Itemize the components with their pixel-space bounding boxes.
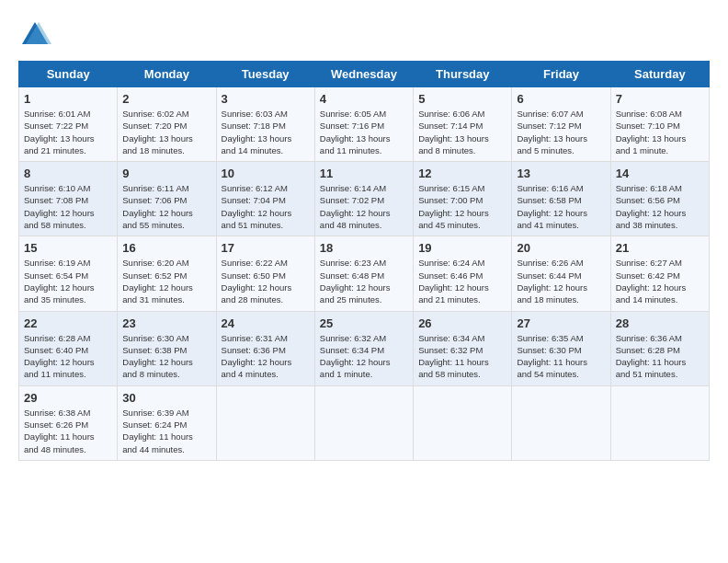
day-number: 29 bbox=[24, 391, 112, 405]
day-number: 14 bbox=[616, 167, 704, 180]
weekday-header: Wednesday bbox=[314, 62, 413, 87]
day-info: Sunrise: 6:05 AM Sunset: 7:16 PM Dayligh… bbox=[320, 108, 408, 156]
day-info: Sunrise: 6:35 AM Sunset: 6:30 PM Dayligh… bbox=[517, 332, 605, 381]
day-info: Sunrise: 6:10 AM Sunset: 7:08 PM Dayligh… bbox=[24, 182, 112, 231]
day-number: 16 bbox=[122, 241, 210, 255]
day-number: 18 bbox=[320, 241, 408, 255]
day-info: Sunrise: 6:12 AM Sunset: 7:04 PM Dayligh… bbox=[222, 182, 310, 231]
calendar-cell: 17Sunrise: 6:22 AM Sunset: 6:50 PM Dayli… bbox=[216, 236, 314, 311]
day-info: Sunrise: 6:27 AM Sunset: 6:42 PM Dayligh… bbox=[616, 257, 704, 305]
calendar-cell: 7Sunrise: 6:08 AM Sunset: 7:10 PM Daylig… bbox=[610, 87, 709, 162]
day-number: 10 bbox=[222, 167, 310, 180]
day-number: 23 bbox=[122, 316, 210, 330]
day-number: 2 bbox=[122, 92, 210, 106]
page-header bbox=[18, 18, 710, 52]
day-info: Sunrise: 6:24 AM Sunset: 6:46 PM Dayligh… bbox=[418, 257, 506, 305]
day-number: 12 bbox=[418, 167, 506, 180]
calendar-cell: 28Sunrise: 6:36 AM Sunset: 6:28 PM Dayli… bbox=[610, 311, 709, 385]
weekday-header: Tuesday bbox=[216, 62, 314, 87]
calendar-cell bbox=[610, 385, 709, 460]
day-number: 3 bbox=[222, 92, 310, 106]
day-info: Sunrise: 6:28 AM Sunset: 6:40 PM Dayligh… bbox=[24, 332, 112, 381]
weekday-header: Thursday bbox=[414, 62, 512, 87]
day-info: Sunrise: 6:32 AM Sunset: 6:34 PM Dayligh… bbox=[320, 332, 408, 381]
day-info: Sunrise: 6:18 AM Sunset: 6:56 PM Dayligh… bbox=[616, 182, 704, 231]
calendar-cell: 4Sunrise: 6:05 AM Sunset: 7:16 PM Daylig… bbox=[314, 87, 413, 162]
day-number: 5 bbox=[418, 92, 506, 106]
day-number: 8 bbox=[24, 167, 112, 180]
day-info: Sunrise: 6:23 AM Sunset: 6:48 PM Dayligh… bbox=[320, 257, 408, 305]
calendar-cell: 6Sunrise: 6:07 AM Sunset: 7:12 PM Daylig… bbox=[512, 87, 610, 162]
calendar-week-row: 1Sunrise: 6:01 AM Sunset: 7:22 PM Daylig… bbox=[19, 87, 710, 162]
calendar-table: SundayMondayTuesdayWednesdayThursdayFrid… bbox=[18, 61, 710, 461]
calendar-week-row: 15Sunrise: 6:19 AM Sunset: 6:54 PM Dayli… bbox=[19, 236, 710, 311]
calendar-cell: 20Sunrise: 6:26 AM Sunset: 6:44 PM Dayli… bbox=[512, 236, 610, 311]
calendar-cell: 9Sunrise: 6:11 AM Sunset: 7:06 PM Daylig… bbox=[118, 162, 216, 236]
day-info: Sunrise: 6:19 AM Sunset: 6:54 PM Dayligh… bbox=[24, 257, 112, 305]
calendar-cell: 15Sunrise: 6:19 AM Sunset: 6:54 PM Dayli… bbox=[19, 236, 118, 311]
calendar-cell bbox=[512, 385, 610, 460]
day-info: Sunrise: 6:22 AM Sunset: 6:50 PM Dayligh… bbox=[222, 257, 310, 305]
calendar-cell: 1Sunrise: 6:01 AM Sunset: 7:22 PM Daylig… bbox=[19, 87, 118, 162]
day-number: 26 bbox=[418, 316, 506, 330]
day-number: 19 bbox=[418, 241, 506, 255]
day-number: 28 bbox=[616, 316, 704, 330]
day-number: 21 bbox=[616, 241, 704, 255]
day-info: Sunrise: 6:08 AM Sunset: 7:10 PM Dayligh… bbox=[616, 108, 704, 156]
logo bbox=[18, 18, 57, 52]
day-info: Sunrise: 6:07 AM Sunset: 7:12 PM Dayligh… bbox=[517, 108, 605, 156]
calendar-cell: 5Sunrise: 6:06 AM Sunset: 7:14 PM Daylig… bbox=[414, 87, 512, 162]
calendar-cell: 11Sunrise: 6:14 AM Sunset: 7:02 PM Dayli… bbox=[314, 162, 413, 236]
logo-icon bbox=[18, 18, 51, 52]
day-number: 24 bbox=[222, 316, 310, 330]
day-info: Sunrise: 6:14 AM Sunset: 7:02 PM Dayligh… bbox=[320, 182, 408, 231]
day-info: Sunrise: 6:38 AM Sunset: 6:26 PM Dayligh… bbox=[24, 407, 112, 455]
calendar-cell bbox=[414, 385, 512, 460]
calendar-cell: 10Sunrise: 6:12 AM Sunset: 7:04 PM Dayli… bbox=[216, 162, 314, 236]
calendar-cell: 27Sunrise: 6:35 AM Sunset: 6:30 PM Dayli… bbox=[512, 311, 610, 385]
calendar-cell: 23Sunrise: 6:30 AM Sunset: 6:38 PM Dayli… bbox=[118, 311, 216, 385]
day-number: 15 bbox=[24, 241, 112, 255]
day-info: Sunrise: 6:30 AM Sunset: 6:38 PM Dayligh… bbox=[122, 332, 210, 381]
day-info: Sunrise: 6:15 AM Sunset: 7:00 PM Dayligh… bbox=[418, 182, 506, 231]
calendar-week-row: 8Sunrise: 6:10 AM Sunset: 7:08 PM Daylig… bbox=[19, 162, 710, 236]
day-number: 27 bbox=[517, 316, 605, 330]
calendar-cell: 22Sunrise: 6:28 AM Sunset: 6:40 PM Dayli… bbox=[19, 311, 118, 385]
day-number: 17 bbox=[222, 241, 310, 255]
calendar-cell: 2Sunrise: 6:02 AM Sunset: 7:20 PM Daylig… bbox=[118, 87, 216, 162]
weekday-header: Monday bbox=[118, 62, 216, 87]
calendar-cell: 13Sunrise: 6:16 AM Sunset: 6:58 PM Dayli… bbox=[512, 162, 610, 236]
day-info: Sunrise: 6:06 AM Sunset: 7:14 PM Dayligh… bbox=[418, 108, 506, 156]
day-info: Sunrise: 6:01 AM Sunset: 7:22 PM Dayligh… bbox=[24, 108, 112, 156]
calendar-cell: 8Sunrise: 6:10 AM Sunset: 7:08 PM Daylig… bbox=[19, 162, 118, 236]
day-number: 13 bbox=[517, 167, 605, 180]
weekday-header: Saturday bbox=[610, 62, 709, 87]
calendar-cell: 19Sunrise: 6:24 AM Sunset: 6:46 PM Dayli… bbox=[414, 236, 512, 311]
day-number: 1 bbox=[24, 92, 112, 106]
day-info: Sunrise: 6:34 AM Sunset: 6:32 PM Dayligh… bbox=[418, 332, 506, 381]
weekday-header-row: SundayMondayTuesdayWednesdayThursdayFrid… bbox=[19, 62, 710, 87]
calendar-cell: 3Sunrise: 6:03 AM Sunset: 7:18 PM Daylig… bbox=[216, 87, 314, 162]
day-info: Sunrise: 6:11 AM Sunset: 7:06 PM Dayligh… bbox=[122, 182, 210, 231]
day-number: 4 bbox=[320, 92, 408, 106]
day-number: 9 bbox=[122, 167, 210, 180]
calendar-cell: 14Sunrise: 6:18 AM Sunset: 6:56 PM Dayli… bbox=[610, 162, 709, 236]
day-number: 20 bbox=[517, 241, 605, 255]
calendar-week-row: 29Sunrise: 6:38 AM Sunset: 6:26 PM Dayli… bbox=[19, 385, 710, 460]
calendar-cell: 21Sunrise: 6:27 AM Sunset: 6:42 PM Dayli… bbox=[610, 236, 709, 311]
day-number: 22 bbox=[24, 316, 112, 330]
calendar-cell: 30Sunrise: 6:39 AM Sunset: 6:24 PM Dayli… bbox=[118, 385, 216, 460]
day-info: Sunrise: 6:39 AM Sunset: 6:24 PM Dayligh… bbox=[122, 407, 210, 455]
day-number: 25 bbox=[320, 316, 408, 330]
calendar-cell: 26Sunrise: 6:34 AM Sunset: 6:32 PM Dayli… bbox=[414, 311, 512, 385]
calendar-cell: 29Sunrise: 6:38 AM Sunset: 6:26 PM Dayli… bbox=[19, 385, 118, 460]
day-info: Sunrise: 6:16 AM Sunset: 6:58 PM Dayligh… bbox=[517, 182, 605, 231]
calendar-cell: 25Sunrise: 6:32 AM Sunset: 6:34 PM Dayli… bbox=[314, 311, 413, 385]
calendar-cell: 16Sunrise: 6:20 AM Sunset: 6:52 PM Dayli… bbox=[118, 236, 216, 311]
day-info: Sunrise: 6:31 AM Sunset: 6:36 PM Dayligh… bbox=[222, 332, 310, 381]
calendar-cell bbox=[314, 385, 413, 460]
calendar-cell: 12Sunrise: 6:15 AM Sunset: 7:00 PM Dayli… bbox=[414, 162, 512, 236]
day-info: Sunrise: 6:36 AM Sunset: 6:28 PM Dayligh… bbox=[616, 332, 704, 381]
calendar-cell: 24Sunrise: 6:31 AM Sunset: 6:36 PM Dayli… bbox=[216, 311, 314, 385]
calendar-cell bbox=[216, 385, 314, 460]
